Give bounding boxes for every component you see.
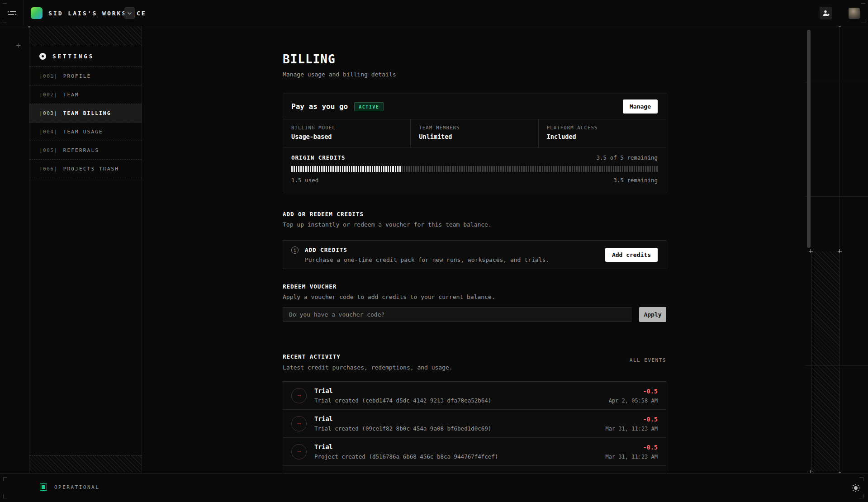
credit-segment <box>332 166 334 172</box>
settings-record-icon <box>39 53 46 60</box>
credit-segment <box>434 166 435 172</box>
plan-card-header: Pay as you go ACTIVE Manage <box>283 94 666 119</box>
plan-card: Pay as you go ACTIVE Manage BILLING MODE… <box>283 94 666 192</box>
sidebar-item-index: |002| <box>39 92 58 98</box>
credit-segment <box>592 166 593 172</box>
credit-segment <box>397 166 398 172</box>
credit-segment <box>477 166 479 172</box>
credit-segment <box>385 166 387 172</box>
credit-segment <box>312 166 313 172</box>
credit-segment <box>487 166 488 172</box>
credit-segment <box>496 166 497 172</box>
credit-segment <box>569 166 570 172</box>
crosshair-marker <box>838 249 842 253</box>
credit-segment <box>321 166 323 172</box>
credit-segment <box>638 166 640 172</box>
sidebar-item-label: PROJECTS TRASH <box>63 166 119 172</box>
credit-segment <box>583 166 584 172</box>
credit-segment <box>360 166 361 172</box>
activity-row[interactable]: − Trial Trial created (cebd1474-d5dc-414… <box>283 382 666 410</box>
workspace-logo[interactable] <box>31 7 43 19</box>
add-credits-button[interactable]: Add credits <box>605 248 658 262</box>
chevron-down-icon <box>127 12 132 15</box>
credit-segment <box>634 166 635 172</box>
credit-segment <box>530 166 531 172</box>
credit-segment <box>445 166 446 172</box>
credit-segment <box>470 166 472 172</box>
corner-bracket <box>3 19 7 23</box>
credit-segment <box>572 166 573 172</box>
credit-segment <box>326 166 327 172</box>
credit-segment <box>443 166 444 172</box>
event-detail: Project created (d516786a-6b68-456c-b8ca… <box>314 453 498 460</box>
credit-segment <box>427 166 428 172</box>
sidebar-item-label: PROFILE <box>63 73 91 79</box>
credits-remaining-text: 3.5 remaining <box>613 177 658 184</box>
credit-segment <box>652 166 653 172</box>
sidebar-item[interactable]: |003| TEAM BILLING <box>29 104 142 123</box>
credit-segment <box>344 166 346 172</box>
credit-segment <box>521 166 522 172</box>
left-rail: ? <box>0 26 29 502</box>
avatar[interactable] <box>849 8 860 19</box>
topbar-divider <box>24 0 24 26</box>
credit-segment <box>537 166 538 172</box>
theme-toggle-button[interactable] <box>851 483 860 493</box>
credit-segment <box>308 166 309 172</box>
credit-segment <box>624 166 626 172</box>
credit-segment <box>438 166 440 172</box>
add-credits-title: ADD CREDITS <box>305 246 549 253</box>
sidebar-item[interactable]: |006| PROJECTS TRASH <box>29 160 142 178</box>
credit-segment <box>305 166 306 172</box>
voucher-code-input[interactable] <box>283 307 631 322</box>
origin-credits-summary: 3.5 of 5 remaining <box>597 154 658 161</box>
margin-hairline <box>805 196 868 197</box>
credit-segment <box>579 166 580 172</box>
credit-segment <box>399 166 401 172</box>
credit-segment <box>562 166 564 172</box>
credit-segment <box>388 166 389 172</box>
plan-name: Pay as you go <box>291 102 348 111</box>
workspace-switcher-button[interactable] <box>124 7 135 19</box>
credit-segment <box>392 166 394 172</box>
invite-user-button[interactable] <box>820 7 832 19</box>
activity-row[interactable]: − Trial Trial created (09ce1f82-8b0c-454… <box>283 410 666 438</box>
top-bar: SID LAIS'S WORKSPACE <box>0 0 868 26</box>
activity-row[interactable]: − Trial Project created (d516786a-6b68-4… <box>283 438 666 466</box>
credit-segment <box>585 166 587 172</box>
credit-segment <box>656 166 658 172</box>
credit-segment <box>346 166 348 172</box>
credit-segment <box>613 166 614 172</box>
page-subtitle: Manage usage and billing details <box>283 71 396 78</box>
credit-segment <box>450 166 451 172</box>
menu-icon[interactable] <box>7 9 17 17</box>
credit-segment <box>365 166 366 172</box>
system-status[interactable]: OPERATIONAL <box>40 483 100 491</box>
sidebar-item[interactable]: |002| TEAM <box>29 85 142 104</box>
credit-segment <box>351 166 352 172</box>
scrollbar-thumb[interactable] <box>807 30 811 248</box>
credit-segment <box>408 166 410 172</box>
credit-segment <box>432 166 433 172</box>
manage-button[interactable]: Manage <box>623 99 658 114</box>
credit-segment <box>353 166 355 172</box>
apply-voucher-button[interactable]: Apply <box>639 307 666 322</box>
credit-segment <box>372 166 373 172</box>
credit-segment <box>555 166 557 172</box>
recent-activity-description: Latest credit purchases, redemptions, an… <box>283 364 453 371</box>
sidebar-item[interactable]: |001| PROFILE <box>29 67 142 85</box>
all-events-link[interactable]: ALL EVENTS <box>283 357 666 363</box>
credit-segment <box>420 166 421 172</box>
credit-segment <box>466 166 467 172</box>
event-detail: Trial created (09ce1f82-8b0c-454a-9a08-b… <box>314 425 491 432</box>
credit-segment <box>374 166 375 172</box>
origin-credits-label: ORIGIN CREDITS <box>291 154 345 161</box>
credit-segment <box>294 166 295 172</box>
sidebar-item[interactable]: |004| TEAM USAGE <box>29 123 142 141</box>
credit-segment <box>611 166 612 172</box>
add-user-icon <box>822 9 830 17</box>
sidebar-item[interactable]: |005| REFERRALS <box>29 141 142 160</box>
credit-segment <box>413 166 414 172</box>
credit-segment <box>564 166 566 172</box>
corner-bracket <box>861 19 865 23</box>
